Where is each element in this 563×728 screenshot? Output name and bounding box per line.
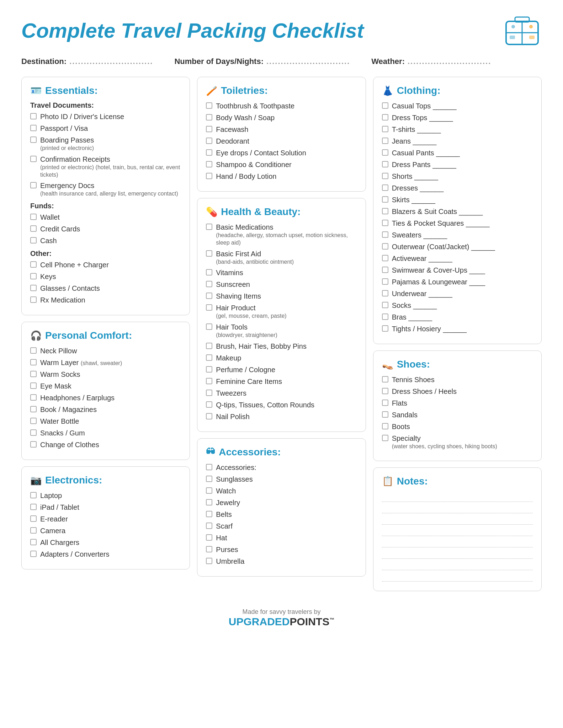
- checkbox[interactable]: [30, 214, 37, 220]
- checkbox[interactable]: [206, 401, 212, 408]
- checkbox[interactable]: [206, 378, 212, 384]
- checkbox[interactable]: [206, 523, 212, 529]
- checkbox[interactable]: [206, 354, 212, 361]
- checkbox[interactable]: [206, 149, 212, 156]
- checkbox[interactable]: [30, 285, 37, 291]
- checkbox[interactable]: [206, 546, 212, 552]
- list-item: Neck Pillow: [30, 346, 181, 355]
- checkbox[interactable]: [382, 196, 388, 203]
- checkbox[interactable]: [30, 225, 37, 232]
- checkbox[interactable]: [30, 539, 37, 545]
- checkbox[interactable]: [206, 390, 212, 396]
- checkbox[interactable]: [30, 273, 37, 279]
- checkbox[interactable]: [382, 114, 388, 121]
- checkbox[interactable]: [30, 527, 37, 534]
- checkbox[interactable]: [382, 231, 388, 238]
- checkbox[interactable]: [206, 487, 212, 494]
- list-item: E-reader: [30, 514, 181, 524]
- checkbox[interactable]: [30, 296, 37, 303]
- checkbox[interactable]: [206, 558, 212, 564]
- checkbox[interactable]: [206, 138, 212, 144]
- checkbox[interactable]: [382, 243, 388, 250]
- checkbox[interactable]: [382, 149, 388, 156]
- checkbox[interactable]: [382, 126, 388, 132]
- checkbox[interactable]: [206, 366, 212, 373]
- checkbox[interactable]: [30, 515, 37, 522]
- checkbox[interactable]: [206, 126, 212, 132]
- item-text: Basic Medications(headache, allergy, sto…: [216, 223, 357, 247]
- checkbox[interactable]: [382, 208, 388, 214]
- list-item: Purses: [206, 545, 357, 554]
- checkbox[interactable]: [382, 278, 388, 285]
- checkbox[interactable]: [206, 293, 212, 299]
- checkbox[interactable]: [30, 156, 37, 162]
- checkbox[interactable]: [382, 435, 388, 441]
- checkbox[interactable]: [206, 476, 212, 482]
- checkbox[interactable]: [30, 182, 37, 188]
- checkbox[interactable]: [382, 302, 388, 308]
- checkbox[interactable]: [382, 138, 388, 144]
- list-item: Makeup: [206, 353, 357, 363]
- checkbox[interactable]: [206, 413, 212, 419]
- checkbox[interactable]: [206, 499, 212, 505]
- checkbox[interactable]: [206, 281, 212, 287]
- checkbox[interactable]: [30, 429, 37, 436]
- checkbox[interactable]: [30, 237, 37, 243]
- checkbox[interactable]: [382, 314, 388, 320]
- checkbox[interactable]: [206, 161, 212, 167]
- essentials-title: 🪪 Essentials:: [30, 85, 181, 96]
- checkbox[interactable]: [206, 323, 212, 330]
- personal-comfort-section: 🎧 Personal Comfort: Neck Pillow Warm Lay…: [21, 322, 190, 460]
- checkbox[interactable]: [206, 224, 212, 230]
- checkbox[interactable]: [206, 511, 212, 517]
- checkbox[interactable]: [30, 347, 37, 354]
- checkbox[interactable]: [382, 255, 388, 261]
- checkbox[interactable]: [30, 261, 37, 268]
- checkbox[interactable]: [30, 136, 37, 143]
- checkbox[interactable]: [382, 411, 388, 418]
- checkbox[interactable]: [30, 359, 37, 365]
- checkbox[interactable]: [30, 551, 37, 557]
- list-item: Facewash: [206, 125, 357, 134]
- checkbox[interactable]: [382, 325, 388, 332]
- checkbox[interactable]: [206, 464, 212, 470]
- checkbox[interactable]: [382, 400, 388, 406]
- checkbox[interactable]: [382, 161, 388, 167]
- checkbox[interactable]: [30, 418, 37, 424]
- item-text: Accessories:: [216, 463, 357, 472]
- checkbox[interactable]: [382, 173, 388, 179]
- checkbox[interactable]: [30, 371, 37, 377]
- checkbox[interactable]: [382, 102, 388, 109]
- checkbox[interactable]: [206, 250, 212, 257]
- checkbox[interactable]: [382, 290, 388, 296]
- checkbox[interactable]: [382, 220, 388, 226]
- checkbox[interactable]: [30, 492, 37, 498]
- item-text: Watch: [216, 486, 357, 496]
- checkbox[interactable]: [206, 114, 212, 121]
- item-text: Hand / Body Lotion: [216, 172, 357, 181]
- checkbox[interactable]: [30, 406, 37, 412]
- checkbox[interactable]: [30, 441, 37, 448]
- checkbox[interactable]: [30, 125, 37, 131]
- checkbox[interactable]: [382, 423, 388, 429]
- weather-label: Weather:: [371, 57, 405, 66]
- checkbox[interactable]: [206, 269, 212, 275]
- checkbox[interactable]: [206, 102, 212, 109]
- checkbox[interactable]: [206, 304, 212, 311]
- note-line: [382, 560, 533, 570]
- checkbox[interactable]: [206, 343, 212, 349]
- checkbox[interactable]: [30, 113, 37, 119]
- checkbox[interactable]: [206, 173, 212, 179]
- checkbox[interactable]: [382, 376, 388, 382]
- checkbox[interactable]: [30, 394, 37, 401]
- checkbox[interactable]: [30, 504, 37, 510]
- checkbox[interactable]: [382, 267, 388, 273]
- checkbox[interactable]: [382, 388, 388, 394]
- checkbox[interactable]: [206, 534, 212, 541]
- accessories-section: 🕶 Accessories: Accessories: Sunglasses W…: [197, 438, 366, 577]
- list-item: Change of Clothes: [30, 440, 181, 449]
- list-item: Passport / Visa: [30, 124, 181, 133]
- item-text: Emergency Docs(health insurance card, al…: [40, 181, 181, 198]
- checkbox[interactable]: [30, 382, 37, 389]
- checkbox[interactable]: [382, 184, 388, 191]
